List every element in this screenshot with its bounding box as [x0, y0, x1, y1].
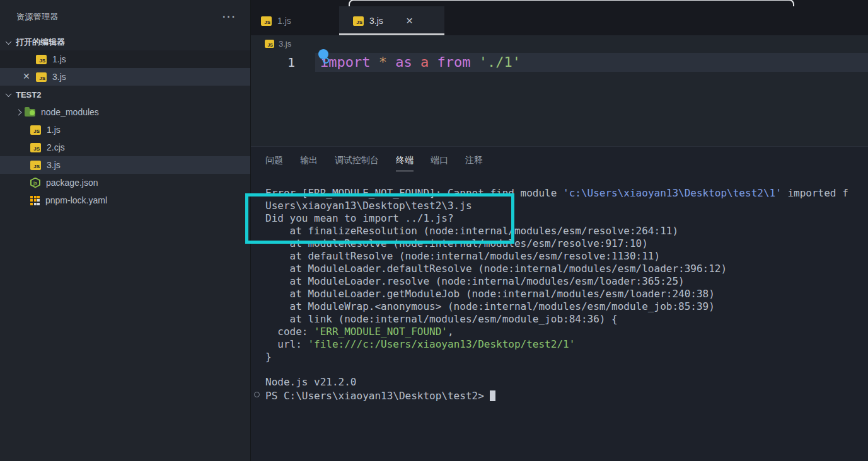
terminal-line: at ModuleLoader.getModuleJob (node:inter…	[265, 288, 868, 300]
terminal-line: code: 'ERR_MODULE_NOT_FOUND',	[265, 326, 868, 338]
cursor-touch-ring	[323, 57, 329, 64]
panel-tabs: 问题输出调试控制台终端端口注释	[251, 147, 868, 171]
pnpm-icon	[30, 196, 40, 205]
code-token: as	[395, 54, 420, 70]
terminal-line: at ModuleLoader.defaultResolve (node:int…	[265, 263, 868, 275]
terminal-text: 'ERR_MODULE_NOT_FOUND'	[314, 326, 448, 338]
code-line: import * as a from './1'	[320, 53, 521, 72]
tree-item-name: 3.js	[47, 160, 61, 170]
open-editors-label: 打开的编辑器	[16, 37, 65, 48]
explorer-header: 资源管理器 ···	[0, 0, 250, 34]
editor-area: JS 1.js JS 3.js ✕ JS 3.js 1 import * as …	[251, 0, 868, 461]
js-file-icon: JS	[265, 40, 274, 48]
terminal-text: 'c:\Users\xiaoyan13\Desktop\test2\1'	[563, 187, 782, 199]
terminal-line	[265, 363, 868, 376]
chevron-down-icon	[6, 38, 12, 45]
terminal-text: Error [ERR_MODULE_NOT_FOUND]: Cannot fin…	[265, 187, 563, 199]
terminal-line: PS C:\Users\xiaoyan13\Desktop\test2>	[265, 389, 868, 402]
folder-section-label: TEST2	[16, 90, 41, 100]
js-file-icon: JS	[30, 161, 41, 170]
code-token: from	[437, 54, 478, 70]
vscode-window: 资源管理器 ··· 打开的编辑器 JS 1.js ✕ JS 3.js TEST2…	[0, 0, 868, 461]
code-token: *	[379, 54, 396, 70]
panel-tab-item[interactable]: 注释	[465, 155, 483, 171]
terminal-text: at moduleResolve (node:internal/modules/…	[265, 237, 648, 249]
terminal-text: at ModuleWrap.<anonymous> (node:internal…	[265, 300, 715, 312]
tree-item-2cjs[interactable]: JS 2.cjs	[0, 139, 250, 156]
terminal-text: url:	[265, 338, 308, 350]
breadcrumb-label: 3.js	[279, 39, 291, 48]
terminal-text: PS C:\Users\xiaoyan13\Desktop\test2>	[265, 390, 490, 402]
explorer-title: 资源管理器	[16, 11, 59, 23]
tree-item-1js[interactable]: JS 1.js	[0, 121, 250, 139]
js-file-icon: JS	[36, 55, 47, 64]
terminal-text: at ModuleLoader.resolve (node:internal/m…	[265, 275, 685, 287]
terminal-line: at defaultResolve (node:internal/modules…	[265, 250, 868, 263]
terminal-line: url: 'file:///c:/Users/xiaoyan13/Desktop…	[265, 338, 868, 351]
terminal-line: Node.js v21.2.0	[265, 376, 868, 389]
js-file-icon: JS	[261, 16, 272, 26]
panel-tab-active[interactable]: 终端	[396, 155, 414, 171]
bottom-panel: 问题输出调试控制台终端端口注释 Error [ERR_MODULE_NOT_FO…	[251, 146, 868, 461]
panel-tab-item[interactable]: 问题	[265, 155, 283, 171]
js-file-icon: JS	[30, 125, 41, 135]
tree-item-3js[interactable]: JS 3.js	[0, 156, 250, 174]
terminal-output[interactable]: Error [ERR_MODULE_NOT_FOUND]: Cannot fin…	[251, 187, 868, 461]
top-strip	[251, 0, 868, 6]
panel-tab-item[interactable]: 端口	[431, 155, 448, 171]
terminal-line: }	[265, 351, 868, 363]
tab-3js[interactable]: JS 3.js ✕	[339, 6, 444, 35]
command-decoration-icon[interactable]	[254, 392, 260, 397]
open-editor-name: 3.js	[52, 72, 66, 82]
open-editor-item-3js[interactable]: ✕ JS 3.js	[0, 68, 250, 86]
terminal-text: at defaultResolve (node:internal/modules…	[265, 250, 660, 262]
editor-tabbar: JS 1.js JS 3.js ✕	[251, 6, 868, 35]
quickinput-top-edge	[349, 0, 794, 6]
panel-tab-item[interactable]: 调试控制台	[335, 155, 379, 171]
folder-section-header[interactable]: TEST2	[0, 86, 250, 103]
terminal-text: Did you mean to import ../1.js?	[265, 212, 454, 224]
panel-tab-item[interactable]: 输出	[300, 155, 318, 171]
tree-item-pnpm-lock[interactable]: pnpm-lock.yaml	[0, 191, 250, 209]
tab-label: 3.js	[369, 16, 383, 26]
line-number: 1	[287, 55, 295, 70]
terminal-cursor	[490, 390, 495, 401]
terminal-text: at ModuleLoader.defaultResolve (node:int…	[265, 263, 727, 275]
open-editor-name: 1.js	[52, 54, 66, 64]
terminal-line: Error [ERR_MODULE_NOT_FOUND]: Cannot fin…	[265, 187, 868, 200]
code-editor[interactable]: 1 import * as a from './1'	[251, 52, 868, 146]
tree-item-node-modules[interactable]: node_modules	[0, 103, 250, 121]
terminal-text: imported f	[782, 187, 848, 199]
open-editor-item-1js[interactable]: JS 1.js	[0, 50, 250, 68]
close-icon[interactable]: ✕	[406, 16, 414, 26]
tree-item-name: package.json	[46, 178, 98, 188]
tab-1js[interactable]: JS 1.js	[251, 6, 339, 35]
npm-icon: js	[30, 178, 40, 188]
chevron-down-icon	[6, 91, 12, 97]
terminal-text: at link (node:internal/modules/esm/modul…	[265, 313, 618, 325]
terminal-text: at ModuleLoader.getModuleJob (node:inter…	[265, 288, 715, 300]
chevron-right-icon	[16, 109, 22, 115]
js-file-icon: JS	[36, 72, 47, 82]
folder-icon	[25, 109, 35, 117]
js-file-icon: JS	[30, 143, 41, 152]
terminal-line: at ModuleWrap.<anonymous> (node:internal…	[265, 300, 868, 313]
js-file-icon: JS	[353, 16, 364, 26]
terminal-line: Users\xiaoyan13\Desktop\test2\3.js	[265, 200, 868, 212]
terminal-text: }	[265, 351, 272, 363]
terminal-text: at finalizeResolution (node:internal/mod…	[265, 225, 678, 237]
code-token: './1'	[479, 54, 521, 70]
breadcrumb[interactable]: JS 3.js	[251, 35, 868, 52]
terminal-line: at finalizeResolution (node:internal/mod…	[265, 225, 868, 237]
code-token: import	[320, 54, 379, 70]
close-icon[interactable]: ✕	[23, 71, 30, 81]
terminal-text: code:	[265, 326, 314, 338]
tree-item-name: pnpm-lock.yaml	[45, 195, 107, 205]
terminal-line: Did you mean to import ../1.js?	[265, 212, 868, 225]
tree-item-package-json[interactable]: js package.json	[0, 174, 250, 191]
terminal-text: Node.js v21.2.0	[265, 376, 357, 388]
tree-item-name: node_modules	[41, 107, 99, 117]
more-actions-icon[interactable]: ···	[223, 14, 236, 20]
terminal-line: at link (node:internal/modules/esm/modul…	[265, 313, 868, 326]
open-editors-section-header[interactable]: 打开的编辑器	[0, 34, 250, 50]
